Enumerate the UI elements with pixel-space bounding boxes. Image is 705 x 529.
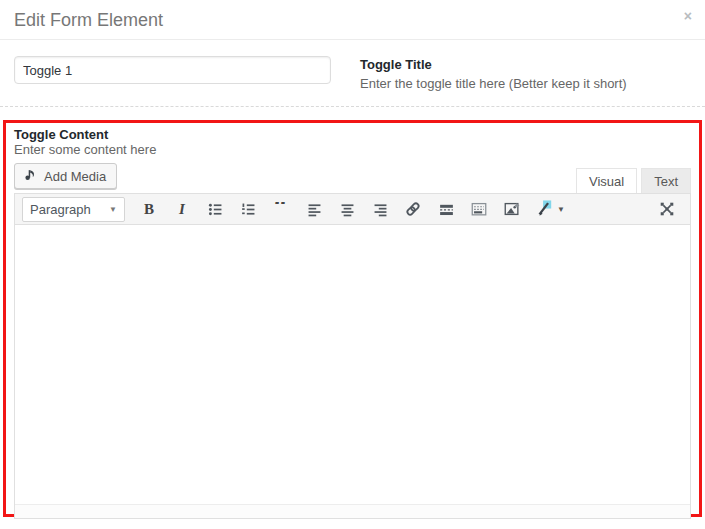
align-center-icon — [339, 201, 356, 218]
close-icon[interactable]: × — [684, 9, 692, 23]
editor-mode-tabs: Visual Text — [576, 168, 691, 193]
insert-image-button[interactable] — [499, 197, 525, 221]
insert-form-button[interactable] — [466, 197, 492, 221]
page-title: Edit Form Element — [14, 10, 691, 31]
numbered-list-icon — [240, 201, 257, 218]
toggle-title-row: Toggle Title Enter the toggle title here… — [0, 40, 705, 91]
toggle-title-description: Enter the toggle title here (Better keep… — [360, 76, 627, 91]
align-center-button[interactable] — [334, 197, 360, 221]
bold-icon: B — [144, 201, 154, 218]
read-more-icon — [438, 201, 455, 218]
align-right-button[interactable] — [367, 197, 393, 221]
chevron-down-icon: ▼ — [109, 205, 117, 214]
align-left-icon — [306, 201, 323, 218]
read-more-button[interactable] — [433, 197, 459, 221]
toggle-content-description: Enter some content here — [14, 142, 691, 157]
bulleted-list-icon — [207, 201, 224, 218]
italic-icon: I — [179, 201, 185, 218]
editor-header: Add Media Visual Text — [14, 163, 691, 193]
add-media-label: Add Media — [44, 169, 106, 184]
editor-toolbar: Paragraph ▼ B I — [15, 194, 690, 225]
bold-button[interactable]: B — [136, 197, 162, 221]
editor-content-area[interactable] — [15, 225, 690, 504]
bulleted-list-button[interactable] — [202, 197, 228, 221]
fullscreen-button[interactable] — [654, 197, 680, 221]
shortcode-wand-button[interactable]: ▼ — [532, 197, 568, 221]
section-divider — [0, 106, 705, 107]
align-left-button[interactable] — [301, 197, 327, 221]
italic-button[interactable]: I — [169, 197, 195, 221]
wand-caret-icon: ▼ — [557, 205, 565, 214]
toggle-title-label: Toggle Title — [360, 57, 627, 72]
toggle-title-field-wrap — [14, 56, 331, 91]
link-icon — [404, 200, 422, 218]
tab-visual[interactable]: Visual — [576, 168, 637, 193]
paragraph-format-select[interactable]: Paragraph ▼ — [22, 197, 125, 222]
toggle-title-help: Toggle Title Enter the toggle title here… — [360, 56, 627, 91]
toggle-title-input[interactable] — [14, 56, 331, 84]
dialog-header: Edit Form Element × — [0, 0, 705, 40]
add-media-icon — [23, 167, 38, 185]
image-icon — [503, 200, 521, 218]
insert-form-icon — [470, 200, 488, 218]
editor: Paragraph ▼ B I — [14, 193, 691, 519]
align-right-icon — [372, 201, 389, 218]
fullscreen-icon — [658, 200, 676, 218]
toggle-content-section: Toggle Content Enter some content here A… — [3, 120, 702, 517]
editor-statusbar — [15, 504, 690, 518]
numbered-list-button[interactable] — [235, 197, 261, 221]
insert-link-button[interactable] — [400, 197, 426, 221]
blockquote-button[interactable]: “ — [268, 197, 294, 221]
add-media-button[interactable]: Add Media — [14, 163, 117, 189]
tab-text[interactable]: Text — [641, 168, 691, 193]
toggle-content-label: Toggle Content — [14, 127, 691, 142]
magic-wand-icon — [535, 200, 553, 218]
blockquote-icon: “ — [274, 202, 289, 216]
paragraph-format-value: Paragraph — [30, 202, 91, 217]
